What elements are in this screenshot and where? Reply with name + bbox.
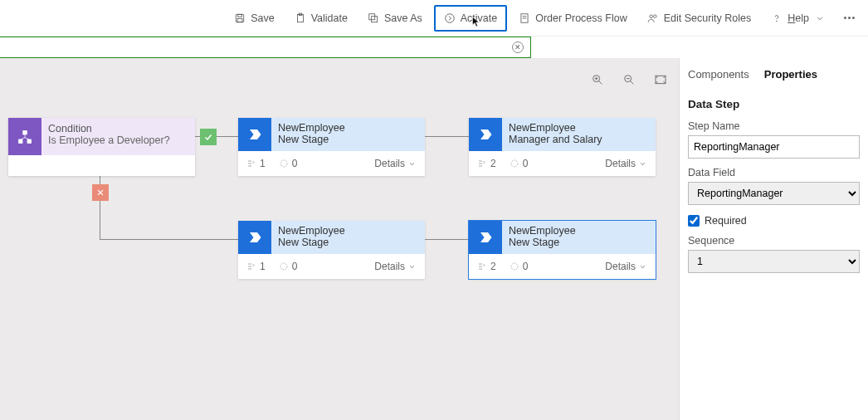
stage-subtitle: New Stage xyxy=(278,134,345,145)
required-checkbox[interactable] xyxy=(688,215,700,227)
section-title: Data Step xyxy=(688,98,860,110)
save-as-icon xyxy=(368,12,379,24)
svg-rect-24 xyxy=(27,139,32,144)
zoom-controls xyxy=(591,73,667,90)
stage-node[interactable]: NewEmployee Manager and Salary 2 0 Detai… xyxy=(469,118,656,176)
condition-icon xyxy=(8,118,41,155)
stage-icon xyxy=(238,118,271,151)
canvas[interactable]: Condition Is Employee a Developer? NewEm… xyxy=(0,58,679,420)
condition-node[interactable]: Condition Is Employee a Developer? xyxy=(8,118,195,176)
svg-point-11 xyxy=(650,14,653,17)
stage-subtitle: New Stage xyxy=(278,237,345,248)
stage-title: NewEmployee xyxy=(509,122,602,134)
svg-line-15 xyxy=(598,81,602,84)
svg-point-45 xyxy=(511,263,518,270)
zoom-in-icon[interactable] xyxy=(591,73,604,90)
svg-line-19 xyxy=(630,81,633,84)
validate-button[interactable]: Validate xyxy=(286,5,356,32)
svg-rect-22 xyxy=(23,130,27,134)
svg-rect-2 xyxy=(237,18,242,22)
notification-bar: ✕ xyxy=(0,37,531,58)
stage-subtitle: New Stage xyxy=(509,237,576,248)
activate-button[interactable]: Activate xyxy=(434,5,507,32)
fit-screen-icon[interactable] xyxy=(654,73,667,90)
order-icon xyxy=(519,12,530,24)
svg-rect-1 xyxy=(238,14,242,17)
condition-title: Condition xyxy=(48,123,170,134)
stage-node[interactable]: NewEmployee New Stage 1 0 Details xyxy=(238,221,425,279)
svg-point-12 xyxy=(653,14,656,17)
yes-chip xyxy=(200,129,217,145)
condition-subtitle: Is Employee a Developer? xyxy=(48,134,170,146)
step-name-label: Step Name xyxy=(688,120,860,132)
svg-point-37 xyxy=(511,160,518,167)
stage-node[interactable]: NewEmployee New Stage 1 0 Details xyxy=(238,118,425,176)
save-button[interactable]: Save xyxy=(226,5,283,32)
activate-label: Activate xyxy=(461,12,497,24)
security-label: Edit Security Roles xyxy=(664,12,752,24)
svg-point-33 xyxy=(280,160,287,167)
details-button[interactable]: Details xyxy=(374,158,417,169)
clipboard-icon xyxy=(295,12,306,24)
step-name-input[interactable] xyxy=(688,135,860,159)
svg-rect-5 xyxy=(369,13,375,19)
stage-icon xyxy=(469,221,502,254)
stage-title: NewEmployee xyxy=(509,225,576,237)
stage-icon xyxy=(238,221,271,254)
save-label: Save xyxy=(251,12,275,24)
no-chip xyxy=(92,184,109,201)
stage-title: NewEmployee xyxy=(278,225,345,237)
order-process-flow-button[interactable]: Order Process Flow xyxy=(510,5,635,32)
more-button[interactable] xyxy=(837,17,861,19)
data-field-select[interactable]: ReportingManager xyxy=(688,182,860,205)
chevron-down-icon xyxy=(814,12,826,24)
svg-point-13 xyxy=(777,21,778,22)
help-label: Help xyxy=(788,12,809,24)
sequence-select[interactable]: 1 xyxy=(688,250,860,273)
save-as-button[interactable]: Save As xyxy=(359,5,431,32)
help-button[interactable]: Help xyxy=(763,5,834,32)
stage-title: NewEmployee xyxy=(278,122,345,134)
details-button[interactable]: Details xyxy=(374,261,417,272)
svg-rect-6 xyxy=(372,16,378,22)
close-icon[interactable]: ✕ xyxy=(512,42,524,53)
sequence-label: Sequence xyxy=(688,235,860,247)
security-icon xyxy=(647,12,659,24)
tab-properties[interactable]: Properties xyxy=(764,63,817,85)
save-icon xyxy=(234,12,246,24)
stage-subtitle: Manager and Salary xyxy=(509,134,602,145)
zoom-out-icon[interactable] xyxy=(622,73,636,90)
activate-icon xyxy=(444,12,456,24)
validate-label: Validate xyxy=(311,12,348,24)
tab-components[interactable]: Components xyxy=(688,63,749,85)
help-icon xyxy=(771,12,783,24)
save-as-label: Save As xyxy=(384,12,422,24)
order-label: Order Process Flow xyxy=(535,12,627,24)
edit-security-roles-button[interactable]: Edit Security Roles xyxy=(639,5,760,32)
side-panel: Components Properties Data Step Step Nam… xyxy=(679,58,868,420)
data-field-label: Data Field xyxy=(688,167,860,178)
stage-node-selected[interactable]: NewEmployee New Stage 2 0 Details xyxy=(469,221,656,279)
required-label: Required xyxy=(705,215,747,227)
details-button[interactable]: Details xyxy=(605,261,647,272)
svg-point-7 xyxy=(446,13,455,22)
details-button[interactable]: Details xyxy=(605,158,647,169)
svg-rect-23 xyxy=(19,139,23,144)
stage-icon xyxy=(469,118,502,151)
top-toolbar: Save Validate Save As Activate Order Pro… xyxy=(0,0,868,37)
svg-point-41 xyxy=(280,263,287,270)
